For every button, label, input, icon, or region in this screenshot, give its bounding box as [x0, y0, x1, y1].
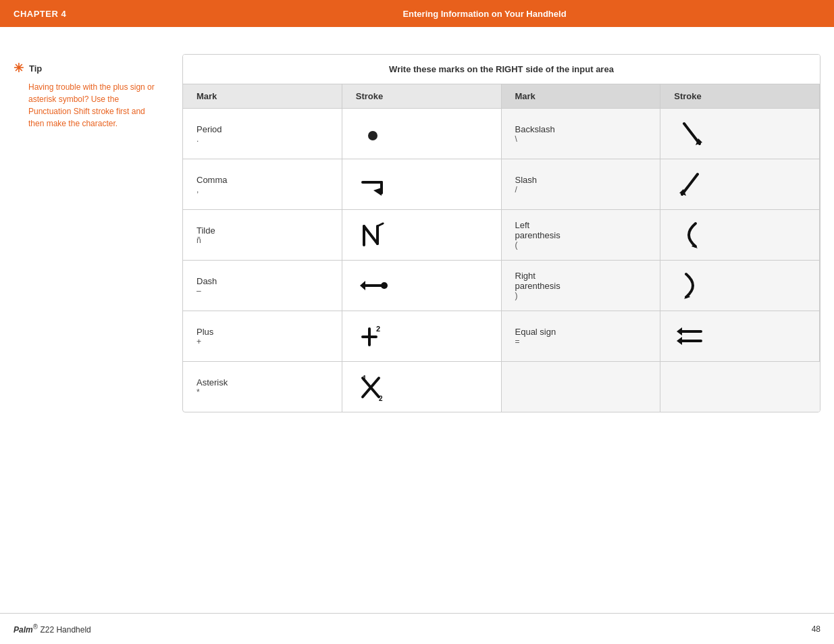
table-row: 1 2: [342, 362, 502, 412]
svg-text:2: 2: [376, 325, 380, 333]
col1-header: Mark: [183, 84, 342, 109]
svg-text:1: 1: [363, 375, 367, 382]
table-row: [342, 159, 502, 210]
page-header: CHAPTER 4 Entering Information on Your H…: [0, 0, 834, 27]
chapter-label: CHAPTER 4: [14, 9, 149, 19]
col3-header: Mark: [502, 84, 661, 109]
table-row: Right parenthesis ): [502, 261, 661, 311]
table-row: Period .: [183, 109, 342, 159]
tip-header: ✳ Tip: [14, 61, 162, 76]
table-row: Backslash \: [502, 109, 661, 159]
table-title: Write these marks on the RIGHT side of t…: [183, 55, 820, 84]
svg-point-0: [368, 131, 377, 140]
svg-marker-5: [373, 188, 382, 196]
table-row: [342, 210, 502, 261]
sidebar: ✳ Tip Having trouble with the plus sign …: [14, 54, 162, 412]
table-row: [342, 109, 502, 159]
tip-label: Tip: [29, 63, 42, 74]
table-row: Equal sign =: [502, 311, 661, 362]
svg-point-14: [381, 282, 388, 289]
tip-asterisk-icon: ✳: [14, 61, 24, 76]
table-row: Plus +: [183, 311, 342, 362]
table-row: [660, 159, 820, 210]
svg-line-1: [684, 124, 700, 144]
table-row: Dash –: [183, 261, 342, 311]
marks-table: Write these marks on the RIGHT side of t…: [182, 54, 820, 412]
main-content: ✳ Tip Having trouble with the plus sign …: [0, 27, 834, 439]
svg-line-11: [377, 223, 383, 226]
table-row: Tilde ñ: [183, 210, 342, 261]
table-row: [502, 362, 661, 412]
table-row: [660, 109, 820, 159]
table-row: Left parenthesis (: [502, 210, 661, 261]
table-row: 2: [342, 311, 502, 362]
tip-body: Having trouble with the plus sign or ast…: [14, 81, 162, 130]
footer-page-number: 48: [812, 624, 820, 634]
table-row: Slash /: [502, 159, 661, 210]
table-grid: Mark Stroke Mark Stroke Period . Backsla…: [183, 84, 820, 412]
svg-marker-21: [677, 327, 682, 336]
page-footer: Palm® Z22 Handheld 48: [0, 613, 834, 644]
svg-line-6: [682, 174, 698, 194]
col2-header: Stroke: [342, 84, 502, 109]
svg-marker-23: [677, 337, 682, 345]
table-row: [660, 311, 820, 362]
footer-brand: Palm® Z22 Handheld: [14, 623, 91, 635]
table-row: [660, 362, 820, 412]
svg-text:2: 2: [379, 395, 383, 402]
svg-line-9: [364, 226, 377, 244]
svg-marker-15: [360, 281, 365, 290]
table-row: [660, 210, 820, 261]
table-row: [660, 261, 820, 311]
table-row: Asterisk *: [183, 362, 342, 412]
chapter-title: Entering Information on Your Handheld: [149, 9, 820, 19]
table-row: Comma ,: [183, 159, 342, 210]
table-row: [342, 261, 502, 311]
col4-header: Stroke: [660, 84, 820, 109]
